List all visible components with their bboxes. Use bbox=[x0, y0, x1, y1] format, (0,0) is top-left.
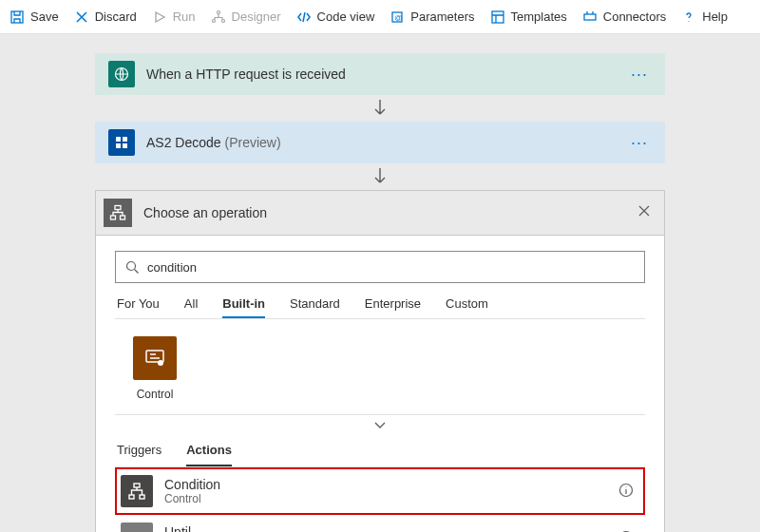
svg-rect-0 bbox=[11, 11, 23, 23]
chevron-down-icon bbox=[373, 420, 387, 429]
category-tab-all[interactable]: All bbox=[184, 296, 198, 318]
svg-rect-21 bbox=[140, 495, 144, 499]
help-button[interactable]: Help bbox=[681, 10, 728, 25]
grid-icon bbox=[108, 129, 135, 156]
category-tab-custom[interactable]: Custom bbox=[446, 296, 488, 318]
help-icon bbox=[681, 10, 696, 25]
designer-icon bbox=[211, 10, 226, 25]
code-icon bbox=[296, 10, 312, 25]
save-button[interactable]: Save bbox=[10, 10, 59, 25]
svg-rect-9 bbox=[116, 137, 121, 142]
action-name: Condition bbox=[164, 477, 613, 492]
discard-button[interactable]: Discard bbox=[74, 10, 137, 25]
flow-arrow-icon bbox=[95, 163, 665, 190]
svg-rect-7 bbox=[584, 14, 596, 20]
run-button: Run bbox=[152, 10, 196, 25]
category-tab-for-you[interactable]: For You bbox=[117, 296, 160, 318]
action-tab-actions[interactable]: Actions bbox=[186, 443, 232, 466]
toolbar: SaveDiscardRunDesignerCode view@Paramete… bbox=[0, 0, 760, 34]
action-type-tabs: TriggersActions bbox=[115, 433, 645, 467]
connector-label: Control bbox=[137, 388, 174, 401]
toolbar-label: Designer bbox=[232, 10, 281, 24]
action-list: ConditionControlUntilControl bbox=[115, 467, 645, 532]
expand-toggle[interactable] bbox=[115, 414, 645, 433]
category-tab-enterprise[interactable]: Enterprise bbox=[365, 296, 421, 318]
flow-arrow-icon bbox=[95, 95, 665, 122]
connectors-button[interactable]: Connectors bbox=[582, 10, 666, 25]
toolbar-label: Code view bbox=[317, 10, 375, 24]
svg-rect-11 bbox=[116, 143, 121, 148]
svg-rect-15 bbox=[121, 216, 125, 219]
globe-icon bbox=[108, 61, 135, 87]
svg-text:@: @ bbox=[395, 13, 403, 22]
condition-icon bbox=[121, 475, 153, 507]
operation-picker: Choose an operation For YouAllBuilt-inSt… bbox=[95, 190, 665, 532]
svg-point-16 bbox=[127, 261, 136, 270]
save-icon bbox=[10, 10, 25, 25]
run-icon bbox=[152, 10, 167, 25]
more-icon[interactable]: ··· bbox=[627, 65, 652, 85]
step-http-trigger[interactable]: When a HTTP request is received ··· bbox=[95, 53, 665, 95]
svg-rect-13 bbox=[115, 206, 121, 210]
action-subtitle: Control bbox=[164, 492, 613, 505]
search-input[interactable] bbox=[147, 260, 635, 275]
preview-tag: (Preview) bbox=[225, 135, 281, 150]
templates-icon bbox=[490, 10, 505, 25]
until-icon bbox=[121, 522, 153, 532]
svg-rect-12 bbox=[123, 143, 127, 148]
parameters-button[interactable]: @Parameters bbox=[390, 10, 474, 25]
step-title: When a HTTP request is received bbox=[146, 66, 627, 82]
operation-picker-header: Choose an operation bbox=[96, 191, 664, 236]
branch-icon bbox=[104, 199, 132, 227]
svg-rect-6 bbox=[492, 11, 504, 23]
action-tab-triggers[interactable]: Triggers bbox=[117, 443, 162, 466]
search-icon bbox=[125, 260, 140, 275]
toolbar-label: Run bbox=[173, 10, 196, 24]
connectors-icon bbox=[582, 10, 598, 25]
svg-rect-10 bbox=[123, 137, 127, 142]
category-tab-standard[interactable]: Standard bbox=[290, 296, 340, 318]
action-text: ConditionControl bbox=[164, 477, 613, 505]
designer-canvas: When a HTTP request is received ··· AS2 … bbox=[0, 34, 760, 532]
control-icon bbox=[133, 336, 177, 380]
action-text: UntilControl bbox=[164, 524, 613, 532]
svg-point-2 bbox=[212, 19, 215, 22]
more-icon[interactable]: ··· bbox=[627, 133, 652, 153]
connector-control[interactable]: Control bbox=[117, 336, 193, 401]
search-input-wrapper[interactable] bbox=[115, 251, 645, 283]
info-icon[interactable] bbox=[613, 483, 639, 501]
action-name: Until bbox=[164, 524, 613, 532]
action-condition[interactable]: ConditionControl bbox=[115, 467, 645, 515]
toolbar-label: Discard bbox=[95, 10, 137, 24]
parameters-icon: @ bbox=[390, 10, 405, 25]
svg-point-18 bbox=[158, 360, 163, 366]
category-tabs: For YouAllBuilt-inStandardEnterpriseCust… bbox=[115, 283, 645, 318]
svg-rect-20 bbox=[129, 495, 134, 499]
step-title-text: AS2 Decode bbox=[146, 135, 221, 150]
designer-button: Designer bbox=[211, 10, 281, 25]
toolbar-label: Save bbox=[30, 10, 59, 24]
discard-icon bbox=[74, 10, 89, 25]
step-title: AS2 Decode (Preview) bbox=[146, 135, 627, 150]
operation-picker-title: Choose an operation bbox=[143, 205, 634, 220]
close-icon[interactable] bbox=[634, 202, 655, 223]
category-tab-built-in[interactable]: Built-in bbox=[222, 296, 265, 318]
svg-rect-19 bbox=[134, 484, 140, 487]
action-until[interactable]: UntilControl bbox=[115, 515, 645, 532]
svg-point-3 bbox=[221, 19, 224, 22]
code-button[interactable]: Code view bbox=[296, 10, 375, 25]
toolbar-label: Parameters bbox=[410, 10, 474, 24]
svg-rect-14 bbox=[111, 216, 116, 219]
step-as2-decode[interactable]: AS2 Decode (Preview) ··· bbox=[95, 122, 665, 163]
toolbar-label: Help bbox=[702, 10, 728, 24]
toolbar-label: Templates bbox=[511, 10, 567, 24]
toolbar-label: Connectors bbox=[603, 10, 666, 24]
svg-point-1 bbox=[217, 10, 219, 13]
connector-grid: Control bbox=[115, 318, 645, 401]
templates-button[interactable]: Templates bbox=[490, 10, 567, 25]
